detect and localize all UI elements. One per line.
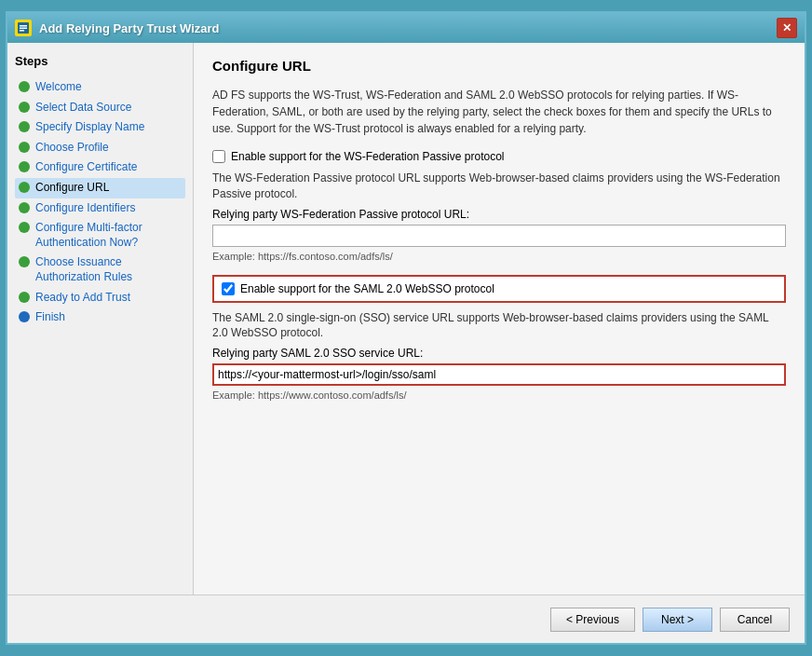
titlebar-left: Add Relying Party Trust Wizard: [15, 20, 219, 36]
sidebar-dot-select-data-source: [19, 102, 30, 113]
sidebar-item-welcome[interactable]: Welcome: [15, 77, 185, 98]
sidebar-label-select-data-source: Select Data Source: [35, 101, 131, 116]
footer: < Previous Next > Cancel: [7, 594, 805, 643]
sidebar-item-choose-issuance[interactable]: Choose Issuance Authorization Rules: [15, 253, 185, 287]
ws-federation-checkbox[interactable]: [212, 150, 225, 163]
saml-section: Enable support for the SAML 2.0 WebSSO p…: [212, 275, 786, 402]
sidebar-item-ready-to-add[interactable]: Ready to Add Trust: [15, 288, 185, 308]
sidebar-item-configure-mfa[interactable]: Configure Multi-factor Authentication No…: [15, 218, 185, 253]
ws-federation-section: Enable support for the WS-Federation Pas…: [212, 150, 786, 262]
svg-rect-2: [20, 28, 27, 30]
next-button[interactable]: Next >: [643, 608, 712, 632]
sidebar-title: Steps: [15, 54, 185, 68]
sidebar-item-choose-profile[interactable]: Choose Profile: [15, 138, 185, 158]
ws-federation-url-input[interactable]: [212, 225, 786, 247]
sidebar-label-configure-mfa: Configure Multi-factor Authentication No…: [35, 221, 182, 250]
main-description: AD FS supports the WS-Trust, WS-Federati…: [212, 87, 786, 137]
sidebar-label-configure-identifiers: Configure Identifiers: [35, 201, 135, 216]
sidebar-dot-configure-certificate: [19, 161, 30, 172]
ws-federation-example: Example: https://fs.contoso.com/adfs/ls/: [212, 251, 786, 262]
saml-label: Enable support for the SAML 2.0 WebSSO p…: [240, 282, 494, 295]
sidebar-dot-welcome: [19, 81, 30, 92]
sidebar-label-choose-issuance: Choose Issuance Authorization Rules: [35, 255, 182, 284]
sidebar-dot-choose-profile: [19, 142, 30, 153]
sidebar-label-welcome: Welcome: [35, 80, 82, 95]
svg-rect-3: [20, 30, 24, 32]
titlebar-icon: [15, 20, 32, 36]
sidebar-item-specify-display-name[interactable]: Specify Display Name: [15, 117, 185, 138]
sidebar-item-select-data-source[interactable]: Select Data Source: [15, 98, 185, 118]
saml-field-label: Relying party SAML 2.0 SSO service URL:: [212, 347, 786, 360]
svg-rect-1: [20, 25, 27, 27]
saml-example: Example: https://www.contoso.com/adfs/ls…: [212, 390, 786, 401]
sidebar-item-configure-certificate[interactable]: Configure Certificate: [15, 157, 185, 178]
saml-checkbox-row: Enable support for the SAML 2.0 WebSSO p…: [212, 275, 786, 303]
sidebar-dot-configure-mfa: [19, 222, 30, 233]
wizard-window: Add Relying Party Trust Wizard ✕ Steps W…: [6, 11, 806, 645]
main-content: Configure URL AD FS supports the WS-Trus…: [194, 43, 805, 594]
ws-federation-checkbox-row: Enable support for the WS-Federation Pas…: [212, 150, 786, 163]
sidebar-dot-choose-issuance: [19, 256, 30, 267]
saml-description: The SAML 2.0 single-sign-on (SSO) servic…: [212, 310, 786, 342]
sidebar-item-finish[interactable]: Finish: [15, 308, 185, 328]
sidebar-dot-configure-url: [19, 182, 30, 193]
sidebar-dot-configure-identifiers: [19, 202, 30, 213]
sidebar-item-configure-url[interactable]: Configure URL: [15, 178, 185, 198]
ws-federation-description: The WS-Federation Passive protocol URL s…: [212, 171, 786, 202]
ws-federation-label: Enable support for the WS-Federation Pas…: [231, 150, 504, 163]
saml-checkbox[interactable]: [222, 282, 235, 295]
ws-federation-field-label: Relying party WS-Federation Passive prot…: [212, 208, 786, 221]
sidebar-label-configure-certificate: Configure Certificate: [35, 160, 137, 175]
sidebar-label-choose-profile: Choose Profile: [35, 141, 109, 156]
sidebar: Steps WelcomeSelect Data SourceSpecify D…: [7, 43, 194, 594]
close-button[interactable]: ✕: [777, 18, 797, 38]
sidebar-label-ready-to-add: Ready to Add Trust: [35, 291, 130, 306]
sidebar-label-finish: Finish: [35, 310, 65, 325]
titlebar: Add Relying Party Trust Wizard ✕: [7, 13, 805, 43]
page-title: Configure URL: [212, 58, 786, 74]
sidebar-dot-specify-display-name: [19, 121, 30, 132]
sidebar-item-configure-identifiers[interactable]: Configure Identifiers: [15, 198, 185, 219]
sidebar-label-configure-url: Configure URL: [35, 181, 109, 196]
titlebar-title: Add Relying Party Trust Wizard: [39, 21, 219, 35]
cancel-button[interactable]: Cancel: [720, 608, 790, 632]
sidebar-dot-ready-to-add: [19, 292, 30, 303]
sidebar-dot-finish: [19, 311, 30, 322]
sidebar-label-specify-display-name: Specify Display Name: [35, 120, 144, 135]
content-area: Steps WelcomeSelect Data SourceSpecify D…: [7, 43, 805, 594]
saml-url-input[interactable]: [212, 363, 786, 386]
previous-button[interactable]: < Previous: [550, 608, 635, 632]
